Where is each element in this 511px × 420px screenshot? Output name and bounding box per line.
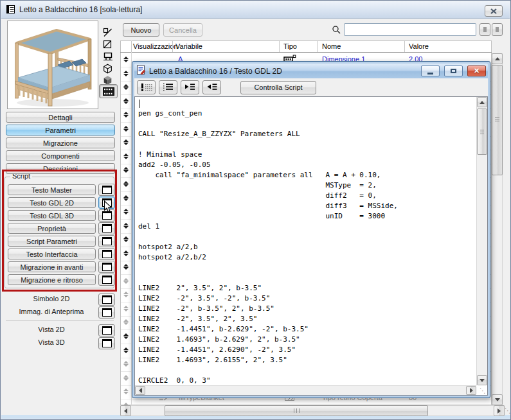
row-drag-handle[interactable] [123,333,129,339]
code-scroll-thumb[interactable] [477,109,487,155]
arrow-right-icon [470,388,473,393]
row-drag-handle[interactable] [123,112,129,118]
check-script-icon-button[interactable] [137,80,156,94]
front-view-icon[interactable] [103,52,113,62]
column-separator[interactable] [279,41,280,52]
hscroll-left-button[interactable] [120,405,131,416]
column-separator[interactable] [131,41,132,52]
column-header-tipo[interactable]: Tipo [283,42,297,50]
script-window-titlebar[interactable]: Letto a Baldacchino 16 / Testo GDL 2D ✕ [134,64,488,78]
script-button-testo-gdl-2d[interactable]: Testo GDL 2D [8,197,96,208]
script-button-migrazione-e-ritroso[interactable]: Migrazione e ritroso [8,274,96,285]
row-drag-handle[interactable] [123,57,129,62]
column-separator[interactable] [172,41,173,52]
open-window-button-simbolo-2d[interactable] [98,293,115,306]
open-window-button-migrazione-e-ritroso[interactable] [98,274,115,286]
row-drag-handle[interactable] [123,347,129,353]
sidebar-tab-parametri[interactable]: Parametri [6,125,115,136]
script-button-migrazione-in-avanti[interactable]: Migrazione in avanti [8,261,96,272]
open-window-button-testo-master[interactable] [98,184,115,196]
row-drag-handle[interactable] [123,153,129,159]
table-scroll-up-button[interactable] [492,53,503,64]
plan-symbol-icon[interactable] [103,28,112,39]
new-button[interactable]: Nuovo [123,23,159,37]
close-button[interactable] [485,5,503,17]
sidebar-tab-migrazione[interactable]: Migrazione [6,137,115,148]
row-drag-handle[interactable] [123,375,129,381]
table-scroll-thumb[interactable] [492,65,503,175]
table-scroll-down-button[interactable] [492,394,503,405]
code-hscrollbar[interactable] [135,385,476,395]
delete-button[interactable]: Cancella [163,23,202,37]
close-script-button[interactable]: ✕ [467,66,486,76]
row-drag-handle[interactable] [123,195,129,201]
script-button-testo-interfaccia[interactable]: Testo Interfaccia [8,249,96,259]
open-window-button-propriet[interactable] [98,222,115,234]
search-prev-button[interactable] [480,23,490,36]
column-separator[interactable] [317,41,318,52]
search-input[interactable] [344,23,476,36]
search-next-button[interactable] [492,23,503,36]
script-button-testo-master[interactable]: Testo Master [8,184,96,195]
row-drag-handle[interactable] [123,361,129,367]
code-scroll-left-button[interactable] [135,386,145,395]
axonometry-wireframe-icon[interactable] [103,64,112,75]
outdent-icon-button[interactable] [202,80,221,94]
row-drag-handle[interactable] [123,292,129,297]
sidebar-tab-descrizioni[interactable]: Descrizioni [6,163,115,174]
align-lines-icon-button[interactable] [159,80,177,94]
preview-picture-icon[interactable] [99,84,118,98]
column-header-valore[interactable]: Valore [409,42,429,50]
hscroll-right-button[interactable] [494,405,505,416]
hscroll-thumb[interactable] [165,405,428,416]
column-header-visualizzazion[interactable]: Visualizzazion [133,42,178,50]
code-scroll-up-button[interactable] [477,97,487,107]
row-drag-handle[interactable] [123,389,129,394]
column-separator[interactable] [404,41,405,52]
script-editor-window[interactable]: Letto a Baldacchino 16 / Testo GDL 2D ✕ … [132,61,490,398]
row-drag-handle[interactable] [123,167,129,173]
search-icon [332,25,341,36]
row-drag-handle[interactable] [123,126,129,132]
code-scroll-down-button[interactable] [477,375,487,385]
crossed-symbol-icon[interactable] [103,40,112,50]
gdl-code[interactable]: pen gs_cont_pen CALL "Resize_A_B_ZZYZX" … [135,97,476,385]
row-drag-handle[interactable] [123,236,129,242]
sidebar-tab-dettagli[interactable]: Dettagli [6,112,115,123]
row-drag-handle[interactable] [123,319,129,325]
row-drag-handle[interactable] [123,71,129,76]
code-vscrollbar[interactable] [476,97,487,385]
code-scroll-right-button[interactable] [466,386,476,395]
open-window-button-migrazione-in-avanti[interactable] [98,261,115,273]
row-drag-handle[interactable] [123,84,129,90]
row-drag-handle[interactable] [123,306,129,311]
code-editor[interactable]: pen gs_cont_pen CALL "Resize_A_B_ZZYZX" … [134,96,488,396]
script-button-script-parametri[interactable]: Script Parametri [8,236,96,247]
sidebar-tab-componenti[interactable]: Componenti [6,150,115,161]
main-titlebar[interactable]: Letto a Baldacchino 16 [sola-lettura] [1,1,510,19]
script-window-title: Letto a Baldacchino 16 / Testo GDL 2D [149,67,417,76]
row-drag-handle[interactable] [123,181,129,187]
row-drag-handle[interactable] [123,278,129,284]
row-drag-handle[interactable] [123,264,129,270]
check-script-button[interactable]: Controlla Script [240,81,316,94]
indent-icon-button[interactable] [181,80,199,94]
open-window-button-vista-3d[interactable] [98,337,115,349]
open-window-button-vista-2d[interactable] [98,324,115,337]
column-header-nome[interactable]: Nome [322,42,341,50]
row-drag-handle[interactable] [123,209,129,214]
open-window-button-script-parametri[interactable] [98,235,115,247]
row-drag-handle[interactable] [123,98,129,104]
column-header-variabile[interactable]: Variabile [175,42,202,50]
maximize-button[interactable] [444,66,463,76]
window-resize-grip[interactable]: ⋱ [505,408,511,414]
script-button-testo-gdl-3d[interactable]: Testo GDL 3D [8,210,96,221]
script-button-propriet[interactable]: Proprietà [8,223,96,234]
row-drag-handle[interactable] [123,223,129,229]
code-resize-grip[interactable]: ⋱ [480,388,486,394]
minimize-button[interactable] [421,66,440,76]
open-window-button-testo-interfaccia[interactable] [98,248,115,260]
row-drag-handle[interactable] [123,139,129,145]
row-drag-handle[interactable] [123,250,129,256]
open-window-button-immag-di-anteprima[interactable] [98,306,115,319]
